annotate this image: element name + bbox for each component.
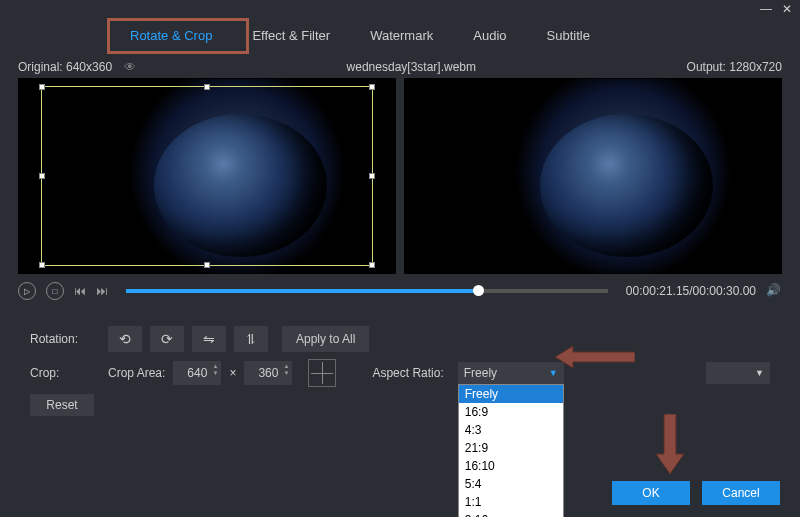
aspect-ratio-option[interactable]: Freely: [459, 385, 563, 403]
play-button[interactable]: ▷: [18, 282, 36, 300]
tab-watermark[interactable]: Watermark: [350, 20, 453, 54]
cancel-button[interactable]: Cancel: [702, 481, 780, 505]
tab-bar: Rotate & Crop Effect & Filter Watermark …: [0, 20, 800, 54]
crop-handle[interactable]: [39, 84, 45, 90]
eye-icon[interactable]: 👁: [124, 60, 136, 74]
output-resolution: Output: 1280x720: [687, 60, 782, 74]
rotate-left-button[interactable]: ⟲: [108, 326, 142, 352]
seek-slider[interactable]: [126, 289, 608, 293]
video-frame: [540, 114, 713, 258]
aspect-ratio-list: Freely16:94:321:916:105:41:19:16: [458, 384, 564, 517]
flip-vertical-button[interactable]: ⥮: [234, 326, 268, 352]
crop-handle[interactable]: [369, 84, 375, 90]
crop-handle[interactable]: [369, 262, 375, 268]
ok-button[interactable]: OK: [612, 481, 690, 505]
seek-thumb[interactable]: [473, 285, 484, 296]
aspect-ratio-dropdown[interactable]: Freely ▼ Freely16:94:321:916:105:41:19:1…: [458, 362, 564, 384]
tab-audio[interactable]: Audio: [453, 20, 526, 54]
chevron-down-icon: ▼: [755, 368, 764, 378]
crop-label: Crop:: [30, 366, 100, 380]
tab-subtitle[interactable]: Subtitle: [527, 20, 610, 54]
crop-frame[interactable]: [41, 86, 373, 266]
crop-height-input[interactable]: 360 ▲▼: [244, 361, 292, 385]
playback-time: 00:00:21.15/00:00:30.00: [626, 284, 756, 298]
aspect-ratio-option[interactable]: 21:9: [459, 439, 563, 457]
aspect-ratio-label: Aspect Ratio:: [372, 366, 443, 380]
crop-area-label: Crop Area:: [108, 366, 165, 380]
spinner-down-icon[interactable]: ▼: [212, 370, 218, 376]
tab-rotate-crop[interactable]: Rotate & Crop: [110, 20, 232, 54]
stop-button[interactable]: □: [46, 282, 64, 300]
aspect-ratio-option[interactable]: 9:16: [459, 511, 563, 517]
apply-to-all-button[interactable]: Apply to All: [282, 326, 369, 352]
next-frame-button[interactable]: ⏭: [96, 284, 108, 298]
aspect-ratio-option[interactable]: 4:3: [459, 421, 563, 439]
volume-icon[interactable]: 🔊: [766, 283, 782, 299]
aspect-ratio-option[interactable]: 16:9: [459, 403, 563, 421]
chevron-down-icon: ▼: [549, 368, 558, 378]
aspect-ratio-option[interactable]: 1:1: [459, 493, 563, 511]
crop-handle[interactable]: [204, 84, 210, 90]
flip-horizontal-button[interactable]: ⇋: [192, 326, 226, 352]
reset-button[interactable]: Reset: [30, 394, 94, 416]
close-icon[interactable]: ✕: [782, 2, 792, 18]
rotate-right-button[interactable]: ⟳: [150, 326, 184, 352]
original-resolution: Original: 640x360: [18, 60, 112, 74]
output-preview: [404, 78, 782, 274]
crop-handle[interactable]: [39, 173, 45, 179]
svg-marker-1: [656, 414, 684, 474]
crop-handle[interactable]: [369, 173, 375, 179]
filename: wednesday[3star].webm: [347, 60, 476, 74]
source-preview[interactable]: [18, 78, 396, 274]
secondary-dropdown[interactable]: ▼: [706, 362, 770, 384]
times-label: ×: [229, 366, 236, 380]
rotation-label: Rotation:: [30, 332, 100, 346]
crop-handle[interactable]: [39, 262, 45, 268]
prev-frame-button[interactable]: ⏮: [74, 284, 86, 298]
tab-effect-filter[interactable]: Effect & Filter: [232, 20, 350, 54]
spinner-up-icon[interactable]: ▲: [283, 363, 289, 369]
minimize-icon[interactable]: —: [760, 2, 772, 18]
spinner-up-icon[interactable]: ▲: [212, 363, 218, 369]
annotation-arrow: [650, 414, 690, 474]
center-crop-button[interactable]: [308, 359, 336, 387]
spinner-down-icon[interactable]: ▼: [283, 370, 289, 376]
crop-width-input[interactable]: 640 ▲▼: [173, 361, 221, 385]
aspect-ratio-option[interactable]: 16:10: [459, 457, 563, 475]
aspect-ratio-option[interactable]: 5:4: [459, 475, 563, 493]
crop-handle[interactable]: [204, 262, 210, 268]
